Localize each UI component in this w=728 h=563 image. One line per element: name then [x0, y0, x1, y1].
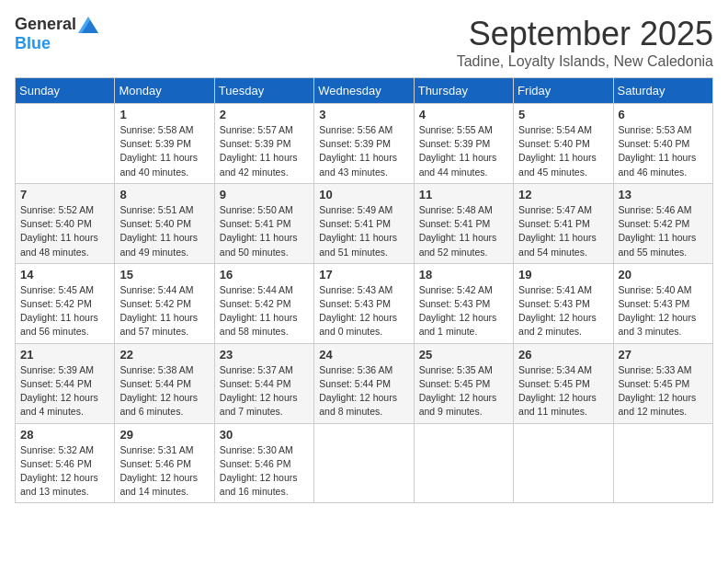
calendar-cell: 14Sunrise: 5:45 AMSunset: 5:42 PMDayligh… [16, 263, 115, 343]
cell-day-number: 27 [619, 348, 708, 362]
calendar-cell [414, 423, 513, 503]
cell-info: Sunrise: 5:43 AMSunset: 5:43 PMDaylight:… [319, 283, 408, 339]
calendar-cell: 11Sunrise: 5:48 AMSunset: 5:41 PMDayligh… [414, 183, 513, 263]
calendar-week-row: 28Sunrise: 5:32 AMSunset: 5:46 PMDayligh… [16, 423, 713, 503]
calendar-cell [613, 423, 712, 503]
cell-info: Sunrise: 5:57 AMSunset: 5:39 PMDaylight:… [220, 123, 309, 179]
cell-day-number: 21 [20, 348, 109, 362]
cell-day-number: 25 [419, 348, 508, 362]
cell-day-number: 7 [20, 188, 109, 201]
cell-info: Sunrise: 5:56 AMSunset: 5:39 PMDaylight:… [319, 123, 408, 179]
calendar-cell: 8Sunrise: 5:51 AMSunset: 5:40 PMDaylight… [115, 183, 214, 263]
calendar-cell: 1Sunrise: 5:58 AMSunset: 5:39 PMDaylight… [115, 104, 214, 184]
cell-day-number: 30 [220, 428, 309, 442]
calendar-cell: 5Sunrise: 5:54 AMSunset: 5:40 PMDaylight… [514, 104, 613, 184]
calendar-week-row: 14Sunrise: 5:45 AMSunset: 5:42 PMDayligh… [16, 263, 713, 343]
cell-info: Sunrise: 5:33 AMSunset: 5:45 PMDaylight:… [619, 363, 708, 419]
cell-day-number: 2 [220, 108, 309, 121]
cell-day-number: 17 [319, 268, 408, 282]
calendar-cell: 23Sunrise: 5:37 AMSunset: 5:44 PMDayligh… [214, 343, 313, 423]
cell-info: Sunrise: 5:49 AMSunset: 5:41 PMDaylight:… [319, 203, 408, 259]
cell-info: Sunrise: 5:39 AMSunset: 5:44 PMDaylight:… [20, 363, 109, 419]
calendar-cell: 16Sunrise: 5:44 AMSunset: 5:42 PMDayligh… [214, 263, 313, 343]
calendar-cell: 9Sunrise: 5:50 AMSunset: 5:41 PMDaylight… [214, 183, 313, 263]
calendar-cell: 7Sunrise: 5:52 AMSunset: 5:40 PMDaylight… [16, 183, 115, 263]
calendar-cell: 28Sunrise: 5:32 AMSunset: 5:46 PMDayligh… [16, 423, 115, 503]
weekday-header: Thursday [414, 78, 513, 104]
cell-info: Sunrise: 5:30 AMSunset: 5:46 PMDaylight:… [220, 443, 309, 500]
cell-day-number: 9 [220, 188, 309, 201]
calendar-cell: 4Sunrise: 5:55 AMSunset: 5:39 PMDaylight… [414, 104, 513, 184]
cell-day-number: 22 [119, 348, 209, 362]
cell-info: Sunrise: 5:58 AMSunset: 5:39 PMDaylight:… [119, 123, 209, 179]
calendar-cell: 6Sunrise: 5:53 AMSunset: 5:40 PMDaylight… [613, 104, 712, 184]
cell-info: Sunrise: 5:52 AMSunset: 5:40 PMDaylight:… [20, 203, 109, 259]
logo: General Blue [15, 15, 98, 53]
cell-info: Sunrise: 5:48 AMSunset: 5:41 PMDaylight:… [419, 203, 508, 259]
calendar-cell: 13Sunrise: 5:46 AMSunset: 5:42 PMDayligh… [613, 183, 712, 263]
logo-icon [78, 17, 98, 33]
weekday-header: Saturday [613, 78, 712, 104]
calendar-cell: 12Sunrise: 5:47 AMSunset: 5:41 PMDayligh… [514, 183, 613, 263]
month-title: September 2025 [457, 15, 713, 53]
cell-day-number: 10 [319, 188, 408, 201]
cell-info: Sunrise: 5:47 AMSunset: 5:41 PMDaylight:… [518, 203, 608, 259]
logo-blue: Blue [15, 34, 51, 52]
cell-info: Sunrise: 5:37 AMSunset: 5:44 PMDaylight:… [220, 363, 309, 419]
title-block: September 2025 Tadine, Loyalty Islands, … [457, 15, 713, 70]
cell-day-number: 23 [220, 348, 309, 362]
calendar-cell: 21Sunrise: 5:39 AMSunset: 5:44 PMDayligh… [16, 343, 115, 423]
cell-info: Sunrise: 5:55 AMSunset: 5:39 PMDaylight:… [419, 123, 508, 179]
calendar-cell: 18Sunrise: 5:42 AMSunset: 5:43 PMDayligh… [414, 263, 513, 343]
cell-info: Sunrise: 5:35 AMSunset: 5:45 PMDaylight:… [419, 363, 508, 419]
calendar-header-row: SundayMondayTuesdayWednesdayThursdayFrid… [16, 78, 713, 104]
cell-day-number: 5 [518, 108, 608, 121]
cell-day-number: 4 [419, 108, 508, 121]
cell-info: Sunrise: 5:50 AMSunset: 5:41 PMDaylight:… [220, 203, 309, 259]
calendar-cell: 3Sunrise: 5:56 AMSunset: 5:39 PMDaylight… [314, 104, 414, 184]
cell-info: Sunrise: 5:32 AMSunset: 5:46 PMDaylight:… [20, 443, 109, 500]
cell-day-number: 11 [419, 188, 508, 201]
calendar-cell [16, 104, 115, 184]
calendar-cell [514, 423, 613, 503]
cell-info: Sunrise: 5:45 AMSunset: 5:42 PMDaylight:… [20, 283, 109, 339]
location-subtitle: Tadine, Loyalty Islands, New Caledonia [457, 53, 713, 70]
cell-info: Sunrise: 5:42 AMSunset: 5:43 PMDaylight:… [419, 283, 508, 339]
cell-info: Sunrise: 5:41 AMSunset: 5:43 PMDaylight:… [518, 283, 608, 339]
calendar-cell [314, 423, 414, 503]
cell-day-number: 20 [619, 268, 708, 282]
weekday-header: Tuesday [214, 78, 313, 104]
calendar-table: SundayMondayTuesdayWednesdayThursdayFrid… [15, 77, 713, 503]
cell-info: Sunrise: 5:53 AMSunset: 5:40 PMDaylight:… [619, 123, 708, 179]
cell-day-number: 6 [619, 108, 708, 121]
calendar-cell: 2Sunrise: 5:57 AMSunset: 5:39 PMDaylight… [214, 104, 313, 184]
calendar-cell: 27Sunrise: 5:33 AMSunset: 5:45 PMDayligh… [613, 343, 712, 423]
cell-day-number: 8 [119, 188, 209, 201]
logo-general: General [15, 15, 76, 34]
calendar-cell: 20Sunrise: 5:40 AMSunset: 5:43 PMDayligh… [613, 263, 712, 343]
cell-info: Sunrise: 5:44 AMSunset: 5:42 PMDaylight:… [119, 283, 209, 339]
cell-info: Sunrise: 5:38 AMSunset: 5:44 PMDaylight:… [119, 363, 209, 419]
cell-info: Sunrise: 5:46 AMSunset: 5:42 PMDaylight:… [619, 203, 708, 259]
calendar-cell: 22Sunrise: 5:38 AMSunset: 5:44 PMDayligh… [115, 343, 214, 423]
weekday-header: Wednesday [314, 78, 414, 104]
cell-day-number: 29 [119, 428, 209, 442]
page-header: General Blue September 2025 Tadine, Loya… [15, 15, 713, 70]
cell-info: Sunrise: 5:31 AMSunset: 5:46 PMDaylight:… [119, 443, 209, 500]
cell-info: Sunrise: 5:54 AMSunset: 5:40 PMDaylight:… [518, 123, 608, 179]
weekday-header: Friday [514, 78, 613, 104]
calendar-cell: 26Sunrise: 5:34 AMSunset: 5:45 PMDayligh… [514, 343, 613, 423]
calendar-week-row: 21Sunrise: 5:39 AMSunset: 5:44 PMDayligh… [16, 343, 713, 423]
calendar-week-row: 7Sunrise: 5:52 AMSunset: 5:40 PMDaylight… [16, 183, 713, 263]
weekday-header: Sunday [16, 78, 115, 104]
cell-day-number: 24 [319, 348, 408, 362]
calendar-cell: 29Sunrise: 5:31 AMSunset: 5:46 PMDayligh… [115, 423, 214, 503]
cell-info: Sunrise: 5:34 AMSunset: 5:45 PMDaylight:… [518, 363, 608, 419]
cell-info: Sunrise: 5:40 AMSunset: 5:43 PMDaylight:… [619, 283, 708, 339]
cell-day-number: 19 [518, 268, 608, 282]
cell-day-number: 26 [518, 348, 608, 362]
cell-day-number: 16 [220, 268, 309, 282]
cell-day-number: 13 [619, 188, 708, 201]
cell-info: Sunrise: 5:36 AMSunset: 5:44 PMDaylight:… [319, 363, 408, 419]
calendar-week-row: 1Sunrise: 5:58 AMSunset: 5:39 PMDaylight… [16, 104, 713, 184]
